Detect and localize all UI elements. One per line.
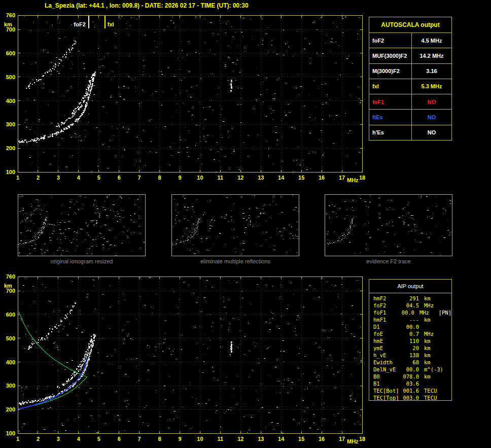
noise-point <box>314 299 315 299</box>
echo-point <box>90 90 91 91</box>
noise-point <box>243 404 244 404</box>
noise-point <box>386 224 388 224</box>
noise-point <box>177 418 178 418</box>
noise-point <box>254 342 255 342</box>
echo-point <box>91 344 92 345</box>
echo-point <box>342 238 343 238</box>
noise-point <box>93 205 94 206</box>
noise-point <box>217 151 219 152</box>
noise-point <box>297 211 299 212</box>
noise-point <box>358 280 359 281</box>
aip-param-name: TEC[Bot] <box>373 387 402 394</box>
noise-point <box>126 359 127 360</box>
noise-point <box>110 245 112 245</box>
echo-point <box>45 227 45 227</box>
noise-point <box>346 291 347 292</box>
fitted-trace-point <box>26 406 27 407</box>
noise-point <box>266 54 267 54</box>
noise-point <box>122 157 123 157</box>
echo-point <box>86 95 87 96</box>
noise-point <box>427 217 428 217</box>
noise-point <box>174 199 175 199</box>
noise-point <box>291 388 292 389</box>
noise-point <box>46 211 48 212</box>
noise-point <box>267 142 267 142</box>
noise-point <box>101 206 102 207</box>
noise-point <box>228 46 229 46</box>
echo-point <box>88 353 89 354</box>
noise-point <box>205 119 206 120</box>
noise-point <box>420 242 422 243</box>
noise-point <box>192 249 193 249</box>
top-ionogram-plot: foF2fxI <box>18 15 363 173</box>
echo-point <box>73 115 74 116</box>
fitted-trace-point <box>37 404 38 405</box>
echo-point <box>66 128 67 129</box>
noise-point <box>144 242 145 243</box>
echo-point <box>198 221 198 222</box>
echo-point <box>188 239 188 240</box>
noise-point <box>94 85 95 86</box>
noise-point <box>109 195 110 195</box>
noise-point <box>295 328 296 329</box>
noise-point <box>109 364 110 365</box>
echo-point <box>30 347 31 348</box>
noise-point <box>360 355 361 356</box>
noise-point <box>195 17 196 17</box>
noise-point <box>272 164 273 164</box>
noise-point <box>327 337 328 337</box>
noise-point <box>198 252 200 252</box>
noise-point <box>224 218 225 219</box>
noise-point <box>262 209 264 209</box>
aip-row: DelN_vE00.0m^(-3) <box>373 366 451 373</box>
echo-point <box>72 373 73 374</box>
noise-point <box>41 249 42 250</box>
fitted-trace-point <box>50 399 51 400</box>
noise-point <box>443 209 444 209</box>
echo-point <box>347 234 348 234</box>
noise-point <box>206 140 206 140</box>
noise-point <box>243 241 244 242</box>
noise-point <box>198 158 199 159</box>
noise-point <box>235 252 236 252</box>
noise-point <box>121 198 122 199</box>
noise-point <box>197 199 197 200</box>
noise-point <box>161 72 162 72</box>
echo-point <box>37 209 38 209</box>
echo-point <box>89 96 90 97</box>
noise-point <box>90 52 90 52</box>
noise-point <box>327 94 328 95</box>
noise-point <box>331 330 332 330</box>
echo-point <box>353 218 354 218</box>
noise-point <box>350 399 352 399</box>
noise-point <box>92 22 94 22</box>
noise-point <box>253 226 253 227</box>
echo-point <box>81 99 82 100</box>
noise-point <box>115 238 116 238</box>
noise-point <box>277 80 277 80</box>
noise-point <box>108 216 109 216</box>
echo-point <box>65 318 66 319</box>
echo-point <box>42 228 43 228</box>
noise-point <box>73 155 73 156</box>
noise-point <box>162 351 163 352</box>
noise-point <box>67 335 68 335</box>
echo-point <box>86 351 87 352</box>
noise-point <box>228 131 228 131</box>
noise-point <box>78 233 79 234</box>
echo-point <box>39 139 40 140</box>
noise-point <box>240 307 240 308</box>
echo-point <box>91 345 92 346</box>
noise-point <box>231 217 232 217</box>
noise-point <box>57 251 58 251</box>
noise-point <box>95 213 96 213</box>
noise-point <box>69 324 69 324</box>
noise-point <box>256 222 257 222</box>
aip-param-value: --- <box>402 316 419 323</box>
noise-point <box>145 35 146 36</box>
noise-point <box>338 45 339 46</box>
noise-point <box>99 67 101 67</box>
noise-point <box>284 112 285 113</box>
noise-point <box>257 404 258 404</box>
noise-point <box>97 372 98 372</box>
